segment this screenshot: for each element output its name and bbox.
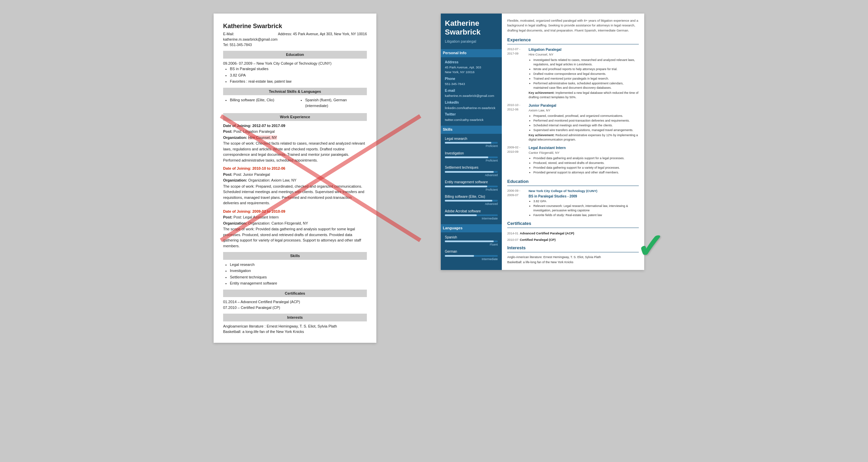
skill-item: Settlement techniques Advanced — [445, 165, 498, 177]
skill-item: Legal research Proficient — [445, 136, 498, 148]
interest-entries: Anglo-American literature: Ernest Heming… — [507, 255, 639, 265]
left-interests-header: Interests — [223, 314, 367, 321]
skill-item: Adobe Acrobat software Intermediate — [445, 209, 498, 221]
left-skills-header: Skills — [223, 252, 367, 260]
skill-item: Entity management software Proficient — [445, 180, 498, 192]
green-checkmark: ✓ — [636, 229, 665, 263]
left-contact-row: E-Mail: katherine.m.swarbrick@gmail.com … — [223, 31, 367, 47]
left-interest-1: Angloamerican literature : Ernest Heming… — [223, 323, 367, 329]
linkedin-label: LinkedIn — [445, 100, 498, 105]
certificate-entries: 2014-01Advanced Certified Paralegal (ACP… — [507, 231, 639, 242]
skill-item: Billing software (Elite, Clio) Advanced — [445, 194, 498, 206]
twitter-value: twitter.com/cathy-swarbrick — [445, 118, 498, 122]
interest-entry: Anglo-American literature: Ernest Heming… — [507, 255, 639, 259]
left-cert-2: 07.2010 – Certified Paralegal (CP) — [223, 305, 367, 311]
experience-section-title: Experience — [507, 37, 639, 44]
left-edu-bullet-3: Favorites : real-estate law, patent law — [230, 79, 367, 84]
left-education-entry: 09.2006- 07.2009 – New York City College… — [223, 61, 367, 66]
left-address: Address: 45 Park Avenue, Apt 303, New Yo… — [278, 31, 367, 47]
left-work-entry-1: Date of Joining: 2012-07 to 2017-09 Post… — [223, 123, 367, 163]
skill-item: Investigation Proficient — [445, 151, 498, 163]
left-technical-cols: Billing software (Elite, Clio) Spanish (… — [223, 97, 367, 110]
experience-entry: 2012-07 - 2017-09 Litigation Paralegal H… — [507, 47, 639, 100]
address-label: Address — [445, 60, 498, 65]
right-job-title: Litigation paralegal — [445, 39, 498, 44]
left-technical-col2: Spanish (fluent), German (intermediate) — [298, 97, 367, 110]
right-name: Katherine Swarbrick — [445, 19, 498, 37]
right-summary: Flexible, motivated, organized certified… — [507, 18, 639, 33]
left-cert-1: 01.2014 – Advanced Certified Paralegal (… — [223, 299, 367, 305]
personal-info-title: Personal Info — [441, 49, 502, 57]
skills-list: Legal research Proficient Investigation … — [445, 136, 498, 221]
left-interest-2: Basketball: a long-life fan of the New Y… — [223, 329, 367, 335]
education-entries: 2006-09 - 2009-07 New York City College … — [507, 189, 639, 217]
twitter-label: Twitter — [445, 112, 498, 117]
left-work-header: Work Experience — [223, 113, 367, 121]
experience-entry: 2009-02 - 2010-09 Legal Assistant Intern… — [507, 145, 639, 175]
good-resume-sidebar: Katherine Swarbrick Litigation paralegal… — [441, 14, 502, 270]
interests-section-title: Interests — [507, 245, 639, 252]
email-value: katherine.m.swarbrick@gmail.com — [445, 93, 498, 98]
phone-value: 551-345-7843 — [445, 82, 498, 86]
bad-resume-wrapper: Katherine Swarbrick E-Mail: katherine.m.… — [214, 14, 427, 343]
experience-entries: 2012-07 - 2017-09 Litigation Paralegal H… — [507, 47, 639, 175]
good-resume-wrapper: Katherine Swarbrick Litigation paralegal… — [441, 14, 654, 270]
certificates-section-title: Certificates — [507, 220, 639, 228]
left-edu-bullet-1: BS in Paralegal studies — [230, 66, 367, 72]
good-resume-main: Flexible, motivated, organized certified… — [502, 14, 644, 270]
language-item: German Intermediate — [445, 249, 498, 261]
language-item: Spanish Fluent — [445, 235, 498, 247]
languages-section-title: Languages — [441, 224, 502, 232]
left-technical-col1: Billing software (Elite, Clio) — [223, 97, 292, 110]
experience-entry: 2010-10 - 2012-06 Junior Paralegal Axiom… — [507, 103, 639, 142]
resume-comparison: Katherine Swarbrick E-Mail: katherine.m.… — [214, 14, 654, 343]
good-resume: Katherine Swarbrick Litigation paralegal… — [441, 14, 644, 270]
left-name: Katherine Swarbrick — [223, 22, 367, 31]
interest-entry: Basketball: a life-long fan of the New Y… — [507, 260, 639, 265]
certificate-entry: 2014-01Advanced Certified Paralegal (ACP… — [507, 231, 639, 236]
left-email: E-Mail: katherine.m.swarbrick@gmail.com — [223, 31, 278, 42]
left-edu-bullet-2: 3.82 GPA — [230, 72, 367, 78]
phone-label: Phone — [445, 77, 498, 82]
education-entry: 2006-09 - 2009-07 New York City College … — [507, 189, 639, 217]
address-value: 45 Park Avenue, Apt. 303New York, NY 100… — [445, 65, 498, 75]
skills-section-title: Skills — [441, 126, 502, 134]
languages-list: Spanish Fluent German Intermediate — [445, 235, 498, 261]
education-section-title: Education — [507, 178, 639, 186]
bad-resume: Katherine Swarbrick E-Mail: katherine.m.… — [214, 14, 376, 343]
left-tel: Tel: 551-345-7843 — [223, 42, 278, 48]
linkedin-value: linkedin.com/katherine-m-swarbrick — [445, 106, 498, 110]
left-skills-list: Legal research Investigation Settlement … — [230, 262, 367, 286]
left-education-bullets: BS in Paralegal studies 3.82 GPA Favorit… — [230, 66, 367, 84]
certificate-entry: 2010-07Certified Paralegal (CP) — [507, 237, 639, 242]
left-technical-header: Technical Skills & Languages — [223, 88, 367, 96]
left-work-entry-2: Date of Joining: 2010-10 to 2012-06 Post… — [223, 166, 367, 206]
email-label: E-mail — [445, 88, 498, 93]
left-certs-header: Certificates — [223, 290, 367, 297]
left-work-entry-3: Date of Joining: 2009-02 to 2010-09 Post… — [223, 209, 367, 249]
left-education-header: Education — [223, 51, 367, 59]
